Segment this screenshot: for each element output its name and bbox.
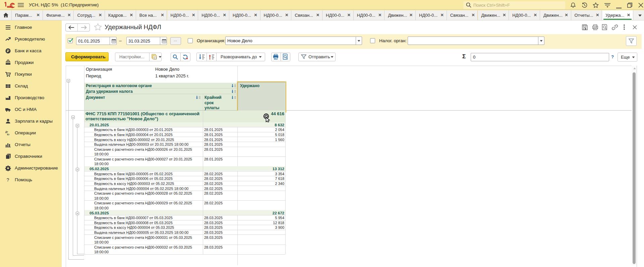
svg-text:?: ? bbox=[7, 177, 9, 183]
svg-text:Дт: Дт bbox=[5, 131, 8, 133]
svg-text:Кт: Кт bbox=[7, 133, 9, 136]
svg-text:P: P bbox=[7, 49, 9, 53]
